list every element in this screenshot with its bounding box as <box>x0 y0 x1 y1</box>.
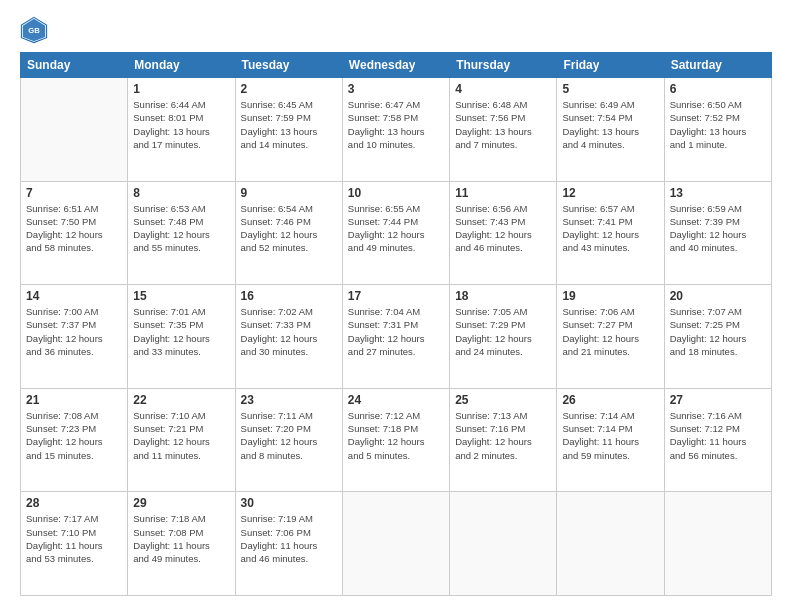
day-number: 28 <box>26 496 122 510</box>
calendar-cell: 3Sunrise: 6:47 AM Sunset: 7:58 PM Daylig… <box>342 78 449 182</box>
day-number: 24 <box>348 393 444 407</box>
day-number: 16 <box>241 289 337 303</box>
calendar-cell: 16Sunrise: 7:02 AM Sunset: 7:33 PM Dayli… <box>235 285 342 389</box>
day-info: Sunrise: 7:16 AM Sunset: 7:12 PM Dayligh… <box>670 409 766 462</box>
day-info: Sunrise: 7:12 AM Sunset: 7:18 PM Dayligh… <box>348 409 444 462</box>
calendar-cell: 19Sunrise: 7:06 AM Sunset: 7:27 PM Dayli… <box>557 285 664 389</box>
calendar-cell: 27Sunrise: 7:16 AM Sunset: 7:12 PM Dayli… <box>664 388 771 492</box>
calendar-cell: 30Sunrise: 7:19 AM Sunset: 7:06 PM Dayli… <box>235 492 342 596</box>
day-info: Sunrise: 6:47 AM Sunset: 7:58 PM Dayligh… <box>348 98 444 151</box>
calendar-cell: 23Sunrise: 7:11 AM Sunset: 7:20 PM Dayli… <box>235 388 342 492</box>
calendar-cell: 5Sunrise: 6:49 AM Sunset: 7:54 PM Daylig… <box>557 78 664 182</box>
page: GB SundayMondayTuesdayWednesdayThursdayF… <box>0 0 792 612</box>
day-info: Sunrise: 6:56 AM Sunset: 7:43 PM Dayligh… <box>455 202 551 255</box>
calendar-cell <box>450 492 557 596</box>
calendar-week-row: 1Sunrise: 6:44 AM Sunset: 8:01 PM Daylig… <box>21 78 772 182</box>
calendar-header-row: SundayMondayTuesdayWednesdayThursdayFrid… <box>21 53 772 78</box>
day-info: Sunrise: 6:44 AM Sunset: 8:01 PM Dayligh… <box>133 98 229 151</box>
calendar-cell: 1Sunrise: 6:44 AM Sunset: 8:01 PM Daylig… <box>128 78 235 182</box>
day-info: Sunrise: 7:00 AM Sunset: 7:37 PM Dayligh… <box>26 305 122 358</box>
header: GB <box>20 16 772 44</box>
day-info: Sunrise: 6:55 AM Sunset: 7:44 PM Dayligh… <box>348 202 444 255</box>
calendar-cell: 20Sunrise: 7:07 AM Sunset: 7:25 PM Dayli… <box>664 285 771 389</box>
day-number: 10 <box>348 186 444 200</box>
day-number: 29 <box>133 496 229 510</box>
day-number: 7 <box>26 186 122 200</box>
day-number: 6 <box>670 82 766 96</box>
day-info: Sunrise: 6:53 AM Sunset: 7:48 PM Dayligh… <box>133 202 229 255</box>
day-number: 25 <box>455 393 551 407</box>
calendar-cell <box>342 492 449 596</box>
day-number: 9 <box>241 186 337 200</box>
day-info: Sunrise: 7:07 AM Sunset: 7:25 PM Dayligh… <box>670 305 766 358</box>
day-number: 1 <box>133 82 229 96</box>
day-info: Sunrise: 6:49 AM Sunset: 7:54 PM Dayligh… <box>562 98 658 151</box>
calendar-day-header: Saturday <box>664 53 771 78</box>
calendar-cell <box>664 492 771 596</box>
day-number: 17 <box>348 289 444 303</box>
calendar-cell: 26Sunrise: 7:14 AM Sunset: 7:14 PM Dayli… <box>557 388 664 492</box>
calendar-cell: 13Sunrise: 6:59 AM Sunset: 7:39 PM Dayli… <box>664 181 771 285</box>
calendar-week-row: 28Sunrise: 7:17 AM Sunset: 7:10 PM Dayli… <box>21 492 772 596</box>
day-number: 13 <box>670 186 766 200</box>
day-info: Sunrise: 6:54 AM Sunset: 7:46 PM Dayligh… <box>241 202 337 255</box>
day-number: 30 <box>241 496 337 510</box>
calendar-day-header: Wednesday <box>342 53 449 78</box>
calendar-cell: 22Sunrise: 7:10 AM Sunset: 7:21 PM Dayli… <box>128 388 235 492</box>
calendar-cell: 15Sunrise: 7:01 AM Sunset: 7:35 PM Dayli… <box>128 285 235 389</box>
day-number: 8 <box>133 186 229 200</box>
day-info: Sunrise: 7:06 AM Sunset: 7:27 PM Dayligh… <box>562 305 658 358</box>
day-info: Sunrise: 7:05 AM Sunset: 7:29 PM Dayligh… <box>455 305 551 358</box>
logo: GB <box>20 16 52 44</box>
day-number: 3 <box>348 82 444 96</box>
calendar-cell: 8Sunrise: 6:53 AM Sunset: 7:48 PM Daylig… <box>128 181 235 285</box>
calendar-day-header: Sunday <box>21 53 128 78</box>
calendar-day-header: Friday <box>557 53 664 78</box>
day-info: Sunrise: 6:48 AM Sunset: 7:56 PM Dayligh… <box>455 98 551 151</box>
day-info: Sunrise: 7:02 AM Sunset: 7:33 PM Dayligh… <box>241 305 337 358</box>
day-info: Sunrise: 7:11 AM Sunset: 7:20 PM Dayligh… <box>241 409 337 462</box>
day-info: Sunrise: 6:45 AM Sunset: 7:59 PM Dayligh… <box>241 98 337 151</box>
day-info: Sunrise: 7:18 AM Sunset: 7:08 PM Dayligh… <box>133 512 229 565</box>
day-number: 23 <box>241 393 337 407</box>
calendar-cell: 9Sunrise: 6:54 AM Sunset: 7:46 PM Daylig… <box>235 181 342 285</box>
day-info: Sunrise: 7:19 AM Sunset: 7:06 PM Dayligh… <box>241 512 337 565</box>
calendar-cell: 7Sunrise: 6:51 AM Sunset: 7:50 PM Daylig… <box>21 181 128 285</box>
calendar-cell <box>557 492 664 596</box>
svg-text:GB: GB <box>28 26 40 35</box>
calendar-week-row: 7Sunrise: 6:51 AM Sunset: 7:50 PM Daylig… <box>21 181 772 285</box>
calendar-table: SundayMondayTuesdayWednesdayThursdayFrid… <box>20 52 772 596</box>
calendar-cell: 25Sunrise: 7:13 AM Sunset: 7:16 PM Dayli… <box>450 388 557 492</box>
calendar-day-header: Thursday <box>450 53 557 78</box>
day-info: Sunrise: 7:08 AM Sunset: 7:23 PM Dayligh… <box>26 409 122 462</box>
day-number: 14 <box>26 289 122 303</box>
calendar-cell: 6Sunrise: 6:50 AM Sunset: 7:52 PM Daylig… <box>664 78 771 182</box>
calendar-week-row: 21Sunrise: 7:08 AM Sunset: 7:23 PM Dayli… <box>21 388 772 492</box>
calendar-cell: 11Sunrise: 6:56 AM Sunset: 7:43 PM Dayli… <box>450 181 557 285</box>
day-info: Sunrise: 6:51 AM Sunset: 7:50 PM Dayligh… <box>26 202 122 255</box>
day-number: 22 <box>133 393 229 407</box>
day-number: 20 <box>670 289 766 303</box>
day-number: 4 <box>455 82 551 96</box>
day-number: 18 <box>455 289 551 303</box>
day-info: Sunrise: 7:17 AM Sunset: 7:10 PM Dayligh… <box>26 512 122 565</box>
calendar-cell: 28Sunrise: 7:17 AM Sunset: 7:10 PM Dayli… <box>21 492 128 596</box>
day-number: 19 <box>562 289 658 303</box>
day-number: 2 <box>241 82 337 96</box>
calendar-cell <box>21 78 128 182</box>
calendar-week-row: 14Sunrise: 7:00 AM Sunset: 7:37 PM Dayli… <box>21 285 772 389</box>
calendar-day-header: Monday <box>128 53 235 78</box>
calendar-cell: 12Sunrise: 6:57 AM Sunset: 7:41 PM Dayli… <box>557 181 664 285</box>
day-number: 21 <box>26 393 122 407</box>
calendar-cell: 17Sunrise: 7:04 AM Sunset: 7:31 PM Dayli… <box>342 285 449 389</box>
day-number: 27 <box>670 393 766 407</box>
day-info: Sunrise: 7:01 AM Sunset: 7:35 PM Dayligh… <box>133 305 229 358</box>
day-number: 26 <box>562 393 658 407</box>
day-number: 15 <box>133 289 229 303</box>
day-info: Sunrise: 6:50 AM Sunset: 7:52 PM Dayligh… <box>670 98 766 151</box>
calendar-cell: 18Sunrise: 7:05 AM Sunset: 7:29 PM Dayli… <box>450 285 557 389</box>
calendar-cell: 24Sunrise: 7:12 AM Sunset: 7:18 PM Dayli… <box>342 388 449 492</box>
day-number: 5 <box>562 82 658 96</box>
logo-icon: GB <box>20 16 48 44</box>
calendar-day-header: Tuesday <box>235 53 342 78</box>
